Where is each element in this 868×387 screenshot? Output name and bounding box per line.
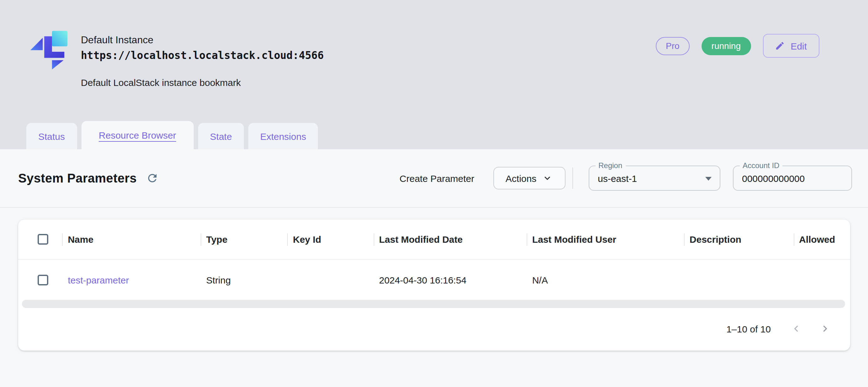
cell-last-modified-date: 2024-04-30 16:16:54: [373, 260, 526, 300]
refresh-icon: [146, 172, 159, 184]
status-badge: running: [702, 37, 751, 55]
parameters-table-card: Name Type Key Id Last Modified Date Last…: [18, 219, 850, 351]
tab-state-label: State: [210, 131, 232, 142]
chevron-right-icon: [818, 322, 831, 335]
chevron-down-icon: [541, 173, 553, 184]
chevron-left-icon: [789, 322, 802, 335]
localstack-logo: [29, 30, 68, 70]
account-id-value: 000000000000: [733, 173, 805, 183]
tab-extensions-label: Extensions: [260, 131, 306, 142]
tab-status-label: Status: [38, 131, 65, 142]
cell-type: String: [200, 260, 287, 300]
header-checkbox-cell: [18, 219, 62, 259]
edit-button[interactable]: Edit: [763, 34, 819, 58]
cell-description: [684, 260, 794, 300]
table-row: test-parameter String 2024-04-30 16:16:5…: [18, 260, 850, 300]
tab-resource-browser[interactable]: Resource Browser: [81, 121, 194, 149]
pro-badge-label: Pro: [666, 41, 680, 51]
row-checkbox-cell: [18, 260, 62, 300]
refresh-button[interactable]: [146, 171, 159, 185]
caret-down-icon: [705, 177, 711, 181]
table-header-row: Name Type Key Id Last Modified Date Last…: [18, 219, 850, 260]
column-header-type[interactable]: Type: [200, 219, 287, 259]
localstack-instance-page: Default Instance https://localhost.local…: [0, 0, 868, 387]
row-checkbox[interactable]: [38, 274, 48, 285]
cell-name: test-parameter: [62, 260, 200, 300]
tab-state[interactable]: State: [198, 123, 244, 149]
account-id-label: Account ID: [740, 161, 782, 170]
pencil-icon: [775, 41, 785, 51]
column-header-description[interactable]: Description: [684, 219, 794, 259]
previous-page-button[interactable]: [786, 319, 806, 339]
pro-badge: Pro: [656, 37, 690, 55]
pagination-range-label: 1–10 of 10: [726, 323, 771, 334]
resource-toolbar: System Parameters Create Parameter Actio…: [0, 149, 868, 207]
column-header-allowed[interactable]: Allowed: [794, 219, 850, 259]
cell-allowed: [794, 260, 850, 300]
tab-extensions[interactable]: Extensions: [248, 123, 318, 149]
page-title: System Parameters: [18, 171, 137, 185]
actions-button[interactable]: Actions: [493, 167, 565, 189]
cell-last-modified-user: N/A: [527, 260, 684, 300]
toolbar-divider: [572, 168, 573, 189]
region-label: Region: [595, 161, 625, 170]
account-id-field[interactable]: Account ID 000000000000: [733, 166, 852, 191]
instance-titles: Default Instance https://localhost.local…: [81, 34, 324, 89]
pagination: 1–10 of 10: [18, 308, 850, 349]
resource-browser-panel: System Parameters Create Parameter Actio…: [0, 149, 868, 387]
region-value: us-east-1: [589, 173, 637, 183]
actions-button-label: Actions: [506, 173, 536, 183]
create-parameter-button[interactable]: Create Parameter: [400, 173, 474, 183]
column-header-key-id[interactable]: Key Id: [287, 219, 374, 259]
region-select[interactable]: Region us-east-1: [588, 166, 720, 191]
instance-url: https://localhost.localstack.cloud:4566: [81, 48, 324, 63]
instance-description: Default LocalStack instance bookmark: [81, 77, 324, 89]
tab-resource-browser-label: Resource Browser: [99, 130, 176, 141]
edit-button-label: Edit: [790, 40, 807, 51]
horizontal-scrollbar[interactable]: [22, 300, 845, 308]
status-badge-label: running: [712, 41, 741, 51]
instance-tabs: Status Resource Browser State Extensions: [26, 121, 318, 149]
select-all-checkbox[interactable]: [38, 234, 48, 245]
column-header-last-modified-date[interactable]: Last Modified Date: [373, 219, 526, 259]
instance-actions: Pro running Edit: [656, 34, 819, 58]
parameter-link[interactable]: test-parameter: [68, 274, 129, 285]
section-divider: [0, 207, 868, 208]
cell-key-id: [287, 260, 374, 300]
column-header-last-modified-user[interactable]: Last Modified User: [527, 219, 684, 259]
instance-name: Default Instance: [81, 34, 324, 47]
next-page-button[interactable]: [815, 319, 835, 339]
instance-header: Default Instance https://localhost.local…: [0, 0, 868, 149]
column-header-name[interactable]: Name: [62, 219, 200, 259]
tab-status[interactable]: Status: [26, 123, 77, 149]
